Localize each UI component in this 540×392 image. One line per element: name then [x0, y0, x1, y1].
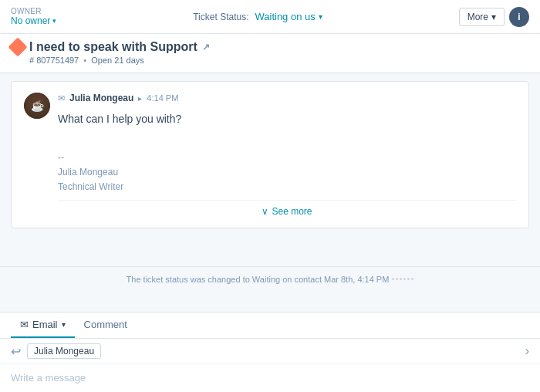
message-signature: -- Julia Mongeau Technical Writer	[58, 150, 516, 195]
status-chevron-icon: ▾	[319, 12, 322, 21]
avatar: ☕	[24, 93, 50, 119]
ticket-meta: # 807751497 • Open 21 days	[11, 56, 529, 65]
owner-chevron-icon: ▾	[52, 17, 56, 25]
dot5	[407, 278, 410, 280]
owner-value[interactable]: No owner ▾	[11, 15, 56, 26]
recipient-bar: ↩ Julia Mongeau ›	[0, 339, 540, 364]
compose-area: ✉ Email ▾ Comment ↩ Julia Mongeau › Writ…	[0, 312, 540, 392]
compose-input[interactable]: Write a message	[0, 364, 540, 392]
see-more-button[interactable]: ∨ See more	[262, 206, 312, 217]
dot6	[411, 278, 413, 280]
see-more-row: ∨ See more	[58, 200, 516, 217]
hubspot-icon	[8, 37, 27, 56]
open-days: Open 21 days	[91, 56, 144, 65]
status-badge[interactable]: Waiting on us ▾	[255, 11, 322, 22]
ticket-title: I need to speak with Support ↗	[11, 40, 529, 54]
tab-comment[interactable]: Comment	[75, 313, 137, 338]
tab-email[interactable]: ✉ Email ▾	[11, 313, 75, 338]
email-tab-icon: ✉	[20, 319, 29, 330]
message-time: 4:14 PM	[147, 93, 178, 103]
external-link-icon[interactable]: ↗	[202, 42, 210, 52]
ticket-status-section: Ticket Status: Waiting on us ▾	[193, 11, 322, 22]
top-bar: Owner No owner ▾ Ticket Status: Waiting …	[0, 0, 540, 34]
avatar-image: ☕	[24, 93, 50, 119]
owner-section: Owner No owner ▾	[11, 7, 56, 26]
more-button[interactable]: More ▾	[459, 8, 505, 26]
signature-line3: Technical Writer	[58, 180, 516, 194]
ticket-title-text: I need to speak with Support	[29, 40, 197, 54]
chevron-down-icon: ∨	[262, 206, 268, 217]
message-body: ✉ Julia Mongeau ▸ 4:14 PM What can I hel…	[58, 93, 516, 217]
reply-icon[interactable]: ↩	[11, 344, 21, 359]
status-change-text: The ticket status was changed to Waiting…	[127, 275, 390, 284]
main-content: ☕ ✉ Julia Mongeau ▸ 4:14 PM What can I h…	[0, 73, 540, 266]
message-text: What can I help you with?	[58, 111, 516, 127]
sender-name: Julia Mongeau	[69, 93, 133, 103]
compose-placeholder: Write a message	[11, 372, 86, 384]
email-tab-chevron: ▾	[62, 320, 66, 329]
dot3	[400, 278, 402, 280]
message-header: ✉ Julia Mongeau ▸ 4:14 PM	[58, 93, 516, 103]
recipient-chip: Julia Mongeau	[27, 343, 101, 359]
compose-tabs: ✉ Email ▾ Comment	[0, 313, 540, 339]
dot4	[403, 278, 406, 280]
title-bar: I need to speak with Support ↗ # 8077514…	[0, 34, 540, 73]
message-card: ☕ ✉ Julia Mongeau ▸ 4:14 PM What can I h…	[11, 81, 529, 228]
dot1	[392, 278, 394, 280]
email-icon: ✉	[58, 93, 65, 103]
ticket-number: # 807751497	[29, 56, 79, 65]
expand-button[interactable]: ›	[525, 344, 529, 358]
status-value: Waiting on us	[255, 11, 315, 22]
more-chevron-icon: ▾	[491, 12, 496, 22]
message-direction-icon: ▸	[138, 94, 142, 103]
top-bar-actions: More ▾ i	[459, 7, 529, 27]
status-change-bar: The ticket status was changed to Waiting…	[0, 266, 540, 291]
signature-line1: --	[58, 150, 516, 165]
status-change-dots	[392, 278, 413, 280]
ticket-status-label: Ticket Status:	[193, 12, 248, 22]
owner-label: Owner	[11, 7, 56, 15]
signature-line2: Julia Mongeau	[58, 165, 516, 180]
info-button[interactable]: i	[509, 7, 529, 27]
dot2	[396, 278, 398, 280]
